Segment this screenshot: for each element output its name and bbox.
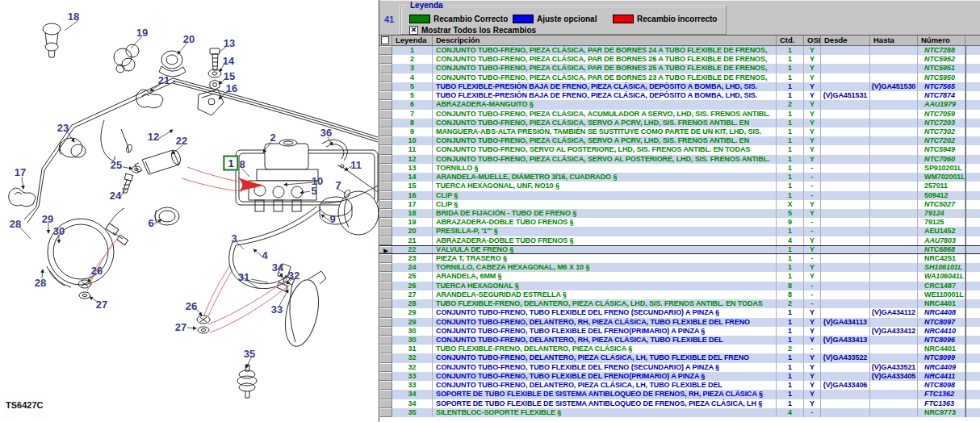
callout-26[interactable]: 26 xyxy=(186,301,197,311)
callout-21[interactable]: 21 xyxy=(158,75,170,86)
table-row[interactable]: 35SILENTBLOC-SOPORTE FLEXIBLE §4-NRC9773 xyxy=(379,408,980,417)
callout-25[interactable]: 25 xyxy=(111,160,122,170)
callout-11[interactable]: 11 xyxy=(350,160,362,170)
table-row[interactable]: 5TUBO FLEXIBLE-PRESIÓN BAJA DE FRENO, PI… xyxy=(379,91,980,100)
select-all-header[interactable] xyxy=(379,36,392,45)
row-selector[interactable] xyxy=(379,64,392,73)
callout-20[interactable]: 20 xyxy=(183,34,195,44)
callout-12[interactable]: 12 xyxy=(148,132,159,142)
callout-36[interactable]: 36 xyxy=(320,127,332,138)
callout-31[interactable]: 31 xyxy=(238,272,249,282)
table-row[interactable]: 29CONJUNTO TUBO-FRENO, DELANTERO, RH, PI… xyxy=(379,318,980,327)
table-row[interactable]: 5TUBO FLEXIBLE-PRESIÓN BAJA DE FRENO, PI… xyxy=(379,82,980,91)
callout-2[interactable]: 2 xyxy=(270,132,275,143)
row-selector[interactable] xyxy=(379,209,392,218)
table-row[interactable]: 13TORNILLO §1-SP910201L xyxy=(379,164,980,173)
column-header-hasta[interactable]: Hasta xyxy=(870,36,918,45)
table-row[interactable]: 29CONJUNTO TUBO-FRENO, TUBO FLEXIBLE DEL… xyxy=(379,308,980,317)
table-row[interactable]: 16CLIP §1-509412 xyxy=(379,191,980,200)
row-selector[interactable] xyxy=(379,91,392,100)
parts-diagram[interactable]: TS6427C 18192013141516212312222524171823… xyxy=(0,0,379,422)
callout-30[interactable]: 30 xyxy=(53,226,65,236)
row-selector[interactable] xyxy=(379,372,392,381)
row-selector[interactable] xyxy=(379,82,392,91)
row-selector[interactable] xyxy=(379,381,392,390)
row-selector[interactable] xyxy=(379,100,392,109)
callout-26[interactable]: 26 xyxy=(91,265,103,276)
table-row[interactable]: 7CONJUNTO TUBO-FRENO, PIEZA CLÁSICA, ACU… xyxy=(379,110,980,119)
column-header-osi[interactable]: OSI xyxy=(804,36,821,45)
callout-35[interactable]: 35 xyxy=(244,349,255,359)
row-selector[interactable] xyxy=(379,263,392,272)
table-row[interactable]: 8CONJUNTO TUBO-FRENO, PIEZA CLÁSICA, SER… xyxy=(379,119,980,127)
table-row[interactable]: 19ABRAZADERA-DOBLE TUBO FRENOS §9-79125 xyxy=(379,218,980,227)
table-row[interactable]: 3CONJUNTO TUBO-FRENO, PIEZA CLÁSICA, PAR… xyxy=(379,64,980,73)
callout-17[interactable]: 17 xyxy=(15,167,26,178)
table-row[interactable]: 33CONJUNTO TUBO-FRENO, TUBO FLEXIBLE DEL… xyxy=(379,372,980,381)
callout-23[interactable]: 23 xyxy=(57,123,69,133)
table-row[interactable]: 21ABRAZADERA-DOBLE TUBO FRENOS §4YAAU780… xyxy=(379,236,980,245)
callout-28[interactable]: 28 xyxy=(35,278,46,288)
row-selector[interactable] xyxy=(379,73,392,82)
row-selector[interactable] xyxy=(379,55,392,64)
table-row[interactable]: 14ARANDELA-MUELLE, DIÁMETRO 3/16, CUADRA… xyxy=(379,173,980,182)
table-row[interactable]: ▶22VÁLVULA DE FRENO §1YNTC6868 xyxy=(379,245,980,254)
callout-27[interactable]: 27 xyxy=(96,299,107,310)
callout-22[interactable]: 22 xyxy=(176,136,187,146)
row-selector[interactable] xyxy=(379,336,392,345)
callout-16[interactable]: 16 xyxy=(226,83,237,94)
column-header-desde[interactable]: Desde xyxy=(821,36,870,45)
row-selector[interactable] xyxy=(379,299,392,308)
checkbox-icon[interactable]: ✕ xyxy=(409,26,418,35)
column-header-numero[interactable]: Número xyxy=(918,36,965,45)
table-row[interactable]: 26TUERCA HEXAGONAL §8-CRC1487 xyxy=(379,282,980,290)
row-selector[interactable] xyxy=(379,227,392,236)
select-all-checkbox-icon[interactable] xyxy=(381,36,389,44)
callout-29[interactable]: 29 xyxy=(42,214,53,224)
row-selector[interactable]: ▶ xyxy=(379,246,392,253)
row-selector[interactable] xyxy=(379,290,392,299)
table-row[interactable]: 25ARANDELA, 6MM §1YWA106041L xyxy=(379,272,980,281)
table-row[interactable]: 1CONJUNTO TUBO-FRENO, PIEZA CLÁSICA, PAR… xyxy=(379,46,980,55)
row-selector[interactable] xyxy=(379,164,392,173)
table-row[interactable]: 24TORNILLO, CABEZA HEXAGONAL, M6 X 10 §1… xyxy=(379,263,980,272)
table-row[interactable]: 10CONJUNTO TUBO-FRENO, PIEZA CLÁSICA, SE… xyxy=(379,136,980,145)
row-selector[interactable] xyxy=(379,236,392,245)
table-row[interactable]: 4CONJUNTO TUBO-FRENO, PIEZA CLÁSICA, PAR… xyxy=(379,73,980,82)
table-row[interactable]: 34SOPORTE DE TUBO FLEXIBLE DE SISTEMA AN… xyxy=(379,390,980,399)
table-row[interactable]: 32CONJUNTO TUBO-FRENO, DELANTERO, PIEZA … xyxy=(379,353,980,362)
row-selector[interactable] xyxy=(379,200,392,209)
table-row[interactable]: 20PRESILLA-P, '1"' §1-AEU1452 xyxy=(379,227,980,236)
table-row[interactable]: 9MANGUERA-ABS-ALTA PRESIÓN, TAMBIÉN SE S… xyxy=(379,127,980,136)
callout-1[interactable]: 1 xyxy=(223,156,238,171)
row-selector[interactable] xyxy=(379,308,392,317)
row-selector[interactable] xyxy=(379,127,392,136)
row-selector[interactable] xyxy=(379,46,392,55)
row-selector[interactable] xyxy=(379,119,392,127)
row-selector[interactable] xyxy=(379,363,392,372)
callout-8[interactable]: 8 xyxy=(239,159,245,169)
table-row[interactable]: 12CONJUNTO TUBO-FRENO, PIEZA CLÁSICA, SE… xyxy=(379,155,980,164)
callout-27[interactable]: 27 xyxy=(175,322,186,332)
table-row[interactable]: 28TUBO FLEXIBLE-FRENO, DELANTERO, PIEZA … xyxy=(379,299,980,308)
table-row[interactable]: 31TUBO FLEXIBLE-FRENO, DELANTERO, PIEZA … xyxy=(379,345,980,353)
row-selector[interactable] xyxy=(379,327,392,336)
callout-19[interactable]: 19 xyxy=(136,27,148,38)
callout-5[interactable]: 5 xyxy=(311,186,316,196)
table-row[interactable]: 6ABRAZADERA-MANGUITO §2YAAU1979 xyxy=(379,100,980,109)
show-all-checkbox-row[interactable]: ✕Mostrar Todos los Recambios xyxy=(409,23,536,32)
table-row[interactable]: 30CONJUNTO TUBO-FRENO, DELANTERO, RH, PI… xyxy=(379,336,980,345)
column-header-descripcion[interactable]: Descripción xyxy=(433,36,777,45)
table-row[interactable]: 23PIEZA T, TRASERO §1-NRC4251 xyxy=(379,254,980,263)
table-row[interactable]: 17CLIP §XYNTC5027 xyxy=(379,200,980,209)
row-selector[interactable] xyxy=(379,182,392,190)
row-selector[interactable] xyxy=(379,399,392,408)
row-selector[interactable] xyxy=(379,145,392,154)
table-row[interactable]: 11CONJUNTO TUBO-FRENO, SERVO AL POSTERIO… xyxy=(379,145,980,154)
row-selector[interactable] xyxy=(379,173,392,182)
callout-15[interactable]: 15 xyxy=(224,71,235,81)
table-row[interactable]: 30CONJUNTO TUBO-FRENO, TUBO FLEXIBLE DEL… xyxy=(379,327,980,336)
row-selector[interactable] xyxy=(379,390,392,399)
callout-14[interactable]: 14 xyxy=(223,56,234,66)
callout-32[interactable]: 32 xyxy=(288,270,299,281)
